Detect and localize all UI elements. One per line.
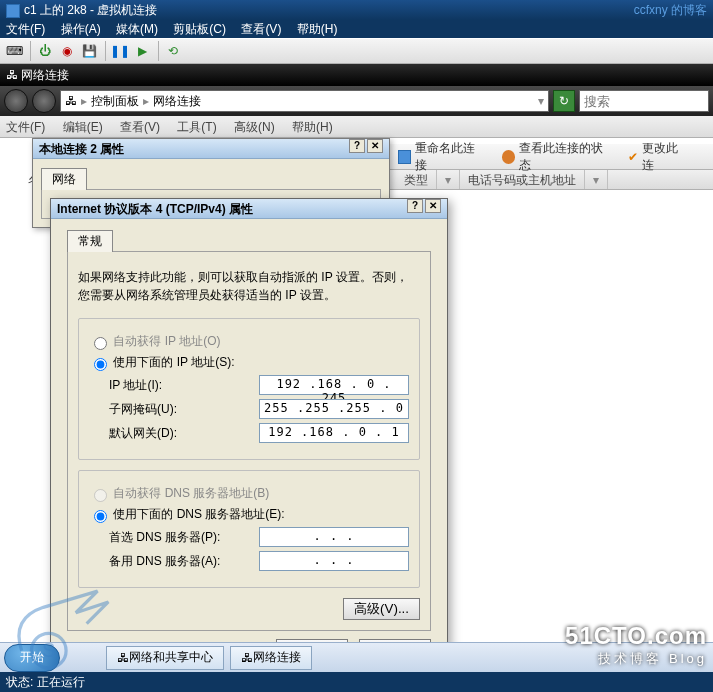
subnet-mask-label: 子网掩码(U): (109, 401, 259, 418)
pause-icon[interactable]: ❚❚ (110, 41, 130, 61)
col-type[interactable]: 类型 (396, 170, 437, 189)
vm-toolbar: ⌨ ⏻ ◉ 💾 ❚❚ ▶ ⟲ (0, 38, 713, 64)
ip-manual-label: 使用下面的 IP 地址(S): (113, 355, 234, 369)
breadcrumb[interactable]: 🖧 ▸ 控制面板 ▸ 网络连接 ▾ (60, 90, 549, 112)
explorer-menubar: 文件(F) 编辑(E) 查看(V) 工具(T) 高级(N) 帮助(H) (0, 116, 713, 138)
save-icon[interactable]: 💾 (79, 41, 99, 61)
ip-address-input[interactable]: 192 .168 . 0 . 245 (259, 375, 409, 395)
dns-manual-label: 使用下面的 DNS 服务器地址(E): (113, 507, 284, 521)
explorer-titlebar: 🖧 网络连接 (0, 64, 713, 86)
exp-menu-file[interactable]: 文件(F) (6, 120, 45, 134)
exp-menu-edit[interactable]: 编辑(E) (63, 120, 103, 134)
breadcrumb-root[interactable]: 控制面板 (91, 91, 139, 111)
gateway-input[interactable]: 192 .168 . 0 . 1 (259, 423, 409, 443)
ip-address-label: IP 地址(I): (109, 377, 259, 394)
ip-manual-radio[interactable] (94, 358, 107, 371)
search-input[interactable] (579, 90, 709, 112)
col-phone[interactable]: 电话号码或主机地址 (460, 170, 585, 189)
dialog2-close-button[interactable]: ✕ (425, 199, 441, 213)
vm-blog-text: ccfxny 的博客 (634, 0, 707, 20)
taskbar-item-network-connections[interactable]: 🖧 网络连接 (230, 646, 312, 670)
dns-alt-label: 备用 DNS 服务器(A): (109, 553, 259, 570)
dialog2-help-button[interactable]: ? (407, 199, 423, 213)
start-icon[interactable]: ⏻ (35, 41, 55, 61)
change-connection-button[interactable]: ✔更改此连 (628, 140, 687, 174)
ip-group: 自动获得 IP 地址(O) 使用下面的 IP 地址(S): IP 地址(I): … (78, 318, 420, 460)
explorer-title-text: 网络连接 (21, 68, 69, 82)
vm-title-text: c1 上的 2k8 - 虚拟机连接 (24, 3, 157, 17)
breadcrumb-icon: 🖧 (65, 91, 77, 111)
dns-pref-label: 首选 DNS 服务器(P): (109, 529, 259, 546)
exp-menu-help[interactable]: 帮助(H) (292, 120, 333, 134)
dialog1-help-button[interactable]: ? (349, 139, 365, 153)
dialog2-title-text: Internet 协议版本 4 (TCP/IPv4) 属性 (57, 199, 253, 218)
vm-menu-view[interactable]: 查看(V) (241, 22, 281, 36)
vm-icon (6, 4, 20, 18)
ctrlaltdel-icon[interactable]: ⌨ (4, 41, 24, 61)
dns-group: 自动获得 DNS 服务器地址(B) 使用下面的 DNS 服务器地址(E): 首选… (78, 470, 420, 588)
vm-statusbar: 状态: 正在运行 (0, 672, 713, 692)
gateway-label: 默认网关(D): (109, 425, 259, 442)
ip-auto-label: 自动获得 IP 地址(O) (113, 334, 220, 348)
shutdown-icon[interactable]: ◉ (57, 41, 77, 61)
status-value: 正在运行 (37, 675, 85, 689)
start-button[interactable]: 开始 (4, 644, 60, 672)
dialog1-titlebar[interactable]: 本地连接 2 属性 ? ✕ (33, 139, 389, 159)
dialog1-title-text: 本地连接 2 属性 (39, 139, 124, 158)
network-connections-icon: 🖧 (241, 651, 253, 665)
exp-menu-view[interactable]: 查看(V) (120, 120, 160, 134)
dns-alt-input[interactable]: . . . (259, 551, 409, 571)
taskbar-item-network-sharing[interactable]: 🖧 网络和共享中心 (106, 646, 224, 670)
snapshot-icon[interactable]: ⟲ (163, 41, 183, 61)
explorer-icon: 🖧 (6, 68, 21, 82)
subnet-mask-input[interactable]: 255 .255 .255 . 0 (259, 399, 409, 419)
dns-auto-label: 自动获得 DNS 服务器地址(B) (113, 486, 269, 500)
advanced-button[interactable]: 高级(V)... (343, 598, 420, 620)
breadcrumb-leaf[interactable]: 网络连接 (153, 91, 201, 111)
tcpip-properties-dialog: Internet 协议版本 4 (TCP/IPv4) 属性 ? ✕ 常规 如果网… (50, 198, 448, 676)
ip-auto-radio[interactable] (94, 337, 107, 350)
network-center-icon: 🖧 (117, 651, 129, 665)
reset-icon[interactable]: ▶ (132, 41, 152, 61)
dialog1-close-button[interactable]: ✕ (367, 139, 383, 153)
vm-menu-help[interactable]: 帮助(H) (297, 22, 338, 36)
dns-manual-radio[interactable] (94, 510, 107, 523)
vm-menu-clipboard[interactable]: 剪贴板(C) (173, 22, 226, 36)
dialog2-description: 如果网络支持此功能，则可以获取自动指派的 IP 设置。否则， 您需要从网络系统管… (78, 268, 420, 304)
vm-titlebar: c1 上的 2k8 - 虚拟机连接 ccfxny 的博客 (0, 0, 713, 20)
vm-menu-file[interactable]: 文件(F) (6, 22, 45, 36)
nav-back-button[interactable] (4, 89, 28, 113)
dns-auto-radio (94, 489, 107, 502)
exp-menu-tools[interactable]: 工具(T) (177, 120, 216, 134)
rename-connection-button[interactable]: 重命名此连接 (398, 140, 484, 174)
view-status-button[interactable]: 查看此连接的状态 (502, 140, 610, 174)
taskbar: 开始 🖧 网络和共享中心 🖧 网络连接 (0, 642, 713, 672)
exp-menu-advanced[interactable]: 高级(N) (234, 120, 275, 134)
vm-menu-media[interactable]: 媒体(M) (116, 22, 158, 36)
dialog2-titlebar[interactable]: Internet 协议版本 4 (TCP/IPv4) 属性 ? ✕ (51, 199, 447, 219)
status-label: 状态: (6, 675, 33, 689)
dialog1-tab-network[interactable]: 网络 (41, 168, 87, 190)
vm-menu-action[interactable]: 操作(A) (61, 22, 101, 36)
dialog2-tab-general[interactable]: 常规 (67, 230, 113, 252)
dns-pref-input[interactable]: . . . (259, 527, 409, 547)
refresh-button[interactable]: ↻ (553, 90, 575, 112)
explorer-navbar: 🖧 ▸ 控制面板 ▸ 网络连接 ▾ ↻ (0, 86, 713, 116)
vm-menubar: 文件(F) 操作(A) 媒体(M) 剪贴板(C) 查看(V) 帮助(H) (0, 20, 713, 38)
connection-toolbar: 重命名此连接 查看此连接的状态 ✔更改此连 (390, 144, 713, 170)
nav-forward-button[interactable] (32, 89, 56, 113)
